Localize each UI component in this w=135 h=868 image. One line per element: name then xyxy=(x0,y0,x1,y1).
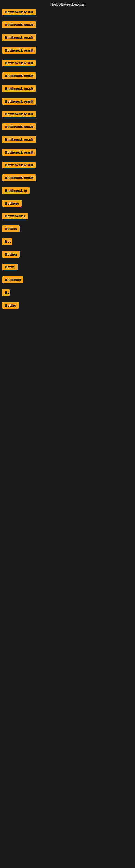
bottleneck-badge-20[interactable]: Bottle xyxy=(2,264,17,271)
bottleneck-badge-3[interactable]: Bottleneck result xyxy=(2,47,36,54)
bottleneck-section-14: Bottleneck re xyxy=(0,186,135,195)
site-header: TheBottlenecker.com xyxy=(0,0,135,8)
bottleneck-badge-2[interactable]: Bottleneck result xyxy=(2,34,36,41)
bottleneck-section-21: Bottlenec xyxy=(0,275,135,284)
bottleneck-badge-7[interactable]: Bottleneck result xyxy=(2,98,36,105)
bottleneck-badge-16[interactable]: Bottleneck r xyxy=(2,213,28,219)
bottleneck-badge-13[interactable]: Bottleneck result xyxy=(2,175,36,181)
bottleneck-section-10: Bottleneck result xyxy=(0,135,135,144)
bottleneck-section-16: Bottleneck r xyxy=(0,212,135,220)
bottleneck-badge-1[interactable]: Bottleneck result xyxy=(2,22,36,28)
bottleneck-section-7: Bottleneck result xyxy=(0,97,135,106)
bottleneck-section-5: Bottleneck result xyxy=(0,71,135,80)
bottleneck-badge-11[interactable]: Bottleneck result xyxy=(2,149,36,156)
bottleneck-section-6: Bottleneck result xyxy=(0,84,135,93)
bottleneck-badge-14[interactable]: Bottleneck re xyxy=(2,187,30,194)
bottleneck-section-19: Bottlen xyxy=(0,250,135,259)
bottleneck-section-0: Bottleneck result xyxy=(0,8,135,17)
bottleneck-section-2: Bottleneck result xyxy=(0,33,135,42)
bottleneck-badge-5[interactable]: Bottleneck result xyxy=(2,72,36,79)
bottleneck-section-20: Bottle xyxy=(0,262,135,272)
bottleneck-badge-18[interactable]: Bot xyxy=(2,238,12,245)
bottleneck-badge-10[interactable]: Bottleneck result xyxy=(2,136,36,143)
bottleneck-badge-8[interactable]: Bottleneck result xyxy=(2,111,36,118)
bottleneck-badge-17[interactable]: Bottlen xyxy=(2,225,20,232)
bottleneck-section-8: Bottleneck result xyxy=(0,110,135,119)
bottleneck-badge-22[interactable]: Bo xyxy=(2,289,10,296)
bottleneck-badge-9[interactable]: Bottleneck result xyxy=(2,123,36,130)
bottleneck-section-13: Bottleneck result xyxy=(0,173,135,182)
bottleneck-section-15: Bottlene xyxy=(0,199,135,208)
bottleneck-badge-12[interactable]: Bottleneck result xyxy=(2,162,36,168)
bottleneck-section-9: Bottleneck result xyxy=(0,122,135,131)
bottleneck-badge-4[interactable]: Bottleneck result xyxy=(2,60,36,66)
bottleneck-badge-15[interactable]: Bottlene xyxy=(2,200,21,207)
bottleneck-badge-6[interactable]: Bottleneck result xyxy=(2,85,36,92)
bottleneck-section-23: Bottler xyxy=(0,301,135,310)
bottleneck-badge-23[interactable]: Bottler xyxy=(2,302,19,309)
bottleneck-section-22: Bo xyxy=(0,288,135,297)
bottleneck-section-1: Bottleneck result xyxy=(0,20,135,29)
bottleneck-section-18: Bot xyxy=(0,237,135,246)
bottleneck-section-3: Bottleneck result xyxy=(0,46,135,55)
bottleneck-badge-19[interactable]: Bottlen xyxy=(2,251,20,258)
bottleneck-section-11: Bottleneck result xyxy=(0,148,135,157)
bottleneck-section-12: Bottleneck result xyxy=(0,161,135,169)
bottleneck-section-17: Bottlen xyxy=(0,224,135,233)
bottleneck-badge-21[interactable]: Bottlenec xyxy=(2,276,24,283)
bottleneck-badge-0[interactable]: Bottleneck result xyxy=(2,9,36,16)
bottleneck-section-4: Bottleneck result xyxy=(0,59,135,67)
